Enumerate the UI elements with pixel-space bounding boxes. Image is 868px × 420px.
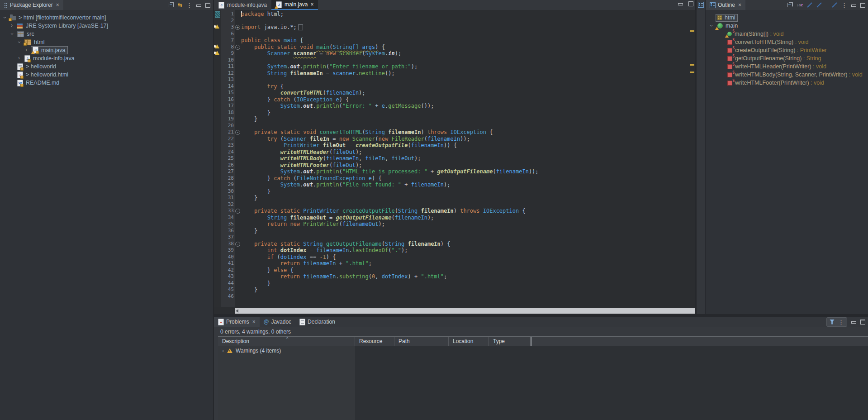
code-line-44[interactable]: 44 } (214, 280, 695, 287)
column-header-path[interactable]: Path (394, 337, 449, 346)
column-header-resource[interactable]: Resource (355, 337, 394, 346)
minimize-icon[interactable] (678, 3, 683, 5)
tree-item-jre-system-library-javase-17-[interactable]: ›JRE System Library [JavaSE-17] (0, 22, 213, 30)
overview-warning-mark[interactable] (690, 64, 694, 66)
outline-item-method-writehtmlheader[interactable]: SwriteHTMLHeader(PrintWriter) : void (706, 62, 868, 71)
code-line-29[interactable]: 29 System.out.println("File not found: "… (214, 181, 695, 188)
collapse-all-icon[interactable] (169, 3, 174, 7)
selected-item-box[interactable]: html (716, 14, 738, 22)
tree-item--html-filetohtmlfileconvertor-main-[interactable]: ›> html [filetohtmlfileconvertor main] (0, 14, 213, 22)
chevron-down-icon[interactable]: › (708, 25, 715, 27)
code-line-14[interactable]: 14 try { (214, 83, 695, 90)
code-line-25[interactable]: 25 writeHTMLBody(filenameIn, fileIn, fil… (214, 155, 695, 162)
code-line-2[interactable]: 2 (214, 18, 695, 24)
tab-package-explorer[interactable]: Package Explorer × (0, 0, 63, 10)
outline-item-method-writehtmlbody[interactable]: SwriteHTMLBody(String, Scanner, PrintWri… (706, 71, 868, 79)
close-icon[interactable]: × (738, 2, 741, 8)
close-icon[interactable]: × (310, 1, 313, 8)
fold-collapse-icon[interactable]: - (235, 130, 240, 135)
chevron-right-icon[interactable]: › (222, 348, 224, 354)
code-line-40[interactable]: 40 if (dotIndex == -1) { (214, 254, 695, 261)
hide-non-public-icon[interactable] (826, 2, 828, 8)
filter-icon[interactable] (830, 320, 835, 325)
code-line-8[interactable]: 8- public static void main(String[] args… (214, 44, 695, 51)
code-line-41[interactable]: 41 return filenameIn + ".html"; (214, 260, 695, 267)
scroll-left-arrow-icon[interactable] (236, 309, 238, 313)
code-line-13[interactable]: 13 (214, 76, 695, 83)
code-line-21[interactable]: 21- private static void convertToHTML(St… (214, 129, 695, 136)
fold-collapse-icon[interactable]: - (235, 242, 240, 247)
hide-static-members-icon[interactable] (816, 2, 822, 8)
hide-fields-icon[interactable] (807, 2, 812, 8)
code-line-16[interactable]: 16 } catch (IOException e) { (214, 96, 695, 103)
tab-outline[interactable]: Outline × (706, 0, 745, 10)
code-editor[interactable]: 1package html;23+import java.io.*;67publ… (214, 10, 695, 307)
editor-tab-main-java[interactable]: J main.java × (271, 0, 318, 10)
code-line-26[interactable]: 26 writeHTMLFooter(fileOut); (214, 162, 695, 169)
outline-item-class-main[interactable]: ›main (706, 22, 868, 30)
code-line-17[interactable]: 17 System.out.println("Error: " + e.getM… (214, 103, 695, 110)
overview-warning-mark[interactable] (690, 72, 694, 73)
horizontal-scrollbar[interactable] (235, 308, 695, 314)
view-menu-icon[interactable]: ⋮ (841, 2, 847, 9)
code-line-30[interactable]: 30 } (214, 188, 695, 195)
chevron-right-icon[interactable]: › (25, 47, 27, 53)
folded-region-icon[interactable] (298, 24, 303, 30)
maximize-icon[interactable] (688, 1, 693, 6)
code-line-34[interactable]: 34 String filenameOut = getOutputFilenam… (214, 215, 695, 221)
fold-collapse-icon[interactable]: - (235, 209, 240, 214)
code-line-3[interactable]: 3+import java.io.*; (214, 24, 695, 31)
maximize-icon[interactable] (860, 320, 865, 325)
tree-item-module-info-java[interactable]: ›Jmodule-info.java (0, 54, 213, 62)
fold-expand-icon[interactable]: + (235, 25, 240, 30)
maximize-icon[interactable] (860, 3, 865, 8)
code-line-11[interactable]: 11 System.out.println("Enter filename or… (214, 63, 695, 70)
editor-tab-module-info[interactable]: J module-info.java (214, 0, 271, 10)
maximize-icon[interactable] (205, 3, 210, 8)
code-line-39[interactable]: 39 int dotIndex = filenameIn.lastIndexOf… (214, 247, 695, 254)
outline-item-method-main[interactable]: Smain(String[]) : void (706, 30, 868, 38)
tree-item-readme-md[interactable]: WREADME.md (0, 79, 213, 87)
code-line-7[interactable]: 7public class main { (214, 37, 695, 44)
tree-item--helloworld-html[interactable]: {> helloworld.html (0, 71, 213, 79)
code-line-27[interactable]: 27 System.out.println("HTML file is proc… (214, 168, 695, 175)
column-header-description[interactable]: Description^ (218, 337, 355, 346)
close-icon[interactable]: × (56, 2, 59, 8)
code-line-9[interactable]: 9 Scanner scanner = new Scanner(System.i… (214, 50, 695, 57)
outline-item-method-createoutputfile[interactable]: ScreateOutputFile(String) : PrintWriter (706, 46, 868, 54)
collapse-all-icon[interactable] (787, 3, 792, 7)
tree-item-main-java[interactable]: ›Jmain.java (0, 46, 213, 54)
chevron-down-icon[interactable]: › (1, 17, 8, 19)
close-icon[interactable]: × (252, 319, 256, 325)
outline-item-package-html[interactable]: html (706, 14, 868, 22)
link-with-editor-icon[interactable]: ⇆ (178, 2, 182, 8)
code-line-19[interactable]: 19 } (214, 116, 695, 123)
outline-item-method-converttohtml[interactable]: SconvertToHTML(String) : void (706, 38, 868, 46)
code-line-45[interactable]: 45 } (214, 286, 695, 293)
chevron-right-icon[interactable]: › (11, 22, 13, 29)
code-line-15[interactable]: 15 convertToHTML(filenameIn); (214, 90, 695, 96)
code-line-43[interactable]: 43 return filenameIn.substring(0, dotInd… (214, 273, 695, 280)
view-menu-icon[interactable]: ⋮ (838, 319, 844, 325)
tab-problems[interactable]: ● Problems × (214, 317, 260, 327)
view-menu-icon[interactable]: ⋮ (186, 2, 192, 9)
code-line-33[interactable]: 33- private static PrintWriter createOut… (214, 208, 695, 215)
column-header-type[interactable]: Type (489, 337, 531, 346)
tab-javadoc[interactable]: @ Javadoc (260, 317, 295, 327)
code-line-46[interactable]: 46 (214, 293, 695, 300)
tree-item--helloworld[interactable]: > helloworld (0, 62, 213, 71)
outline-item-method-getoutputfilename[interactable]: SgetOutputFilename(String) : String (706, 54, 868, 62)
selected-item-box[interactable]: Jmain.java (31, 46, 68, 54)
chevron-down-icon[interactable]: › (16, 41, 23, 43)
code-line-6[interactable]: 6 (214, 31, 695, 38)
restore-view-icon[interactable] (698, 2, 704, 8)
hide-local-types-icon[interactable] (832, 2, 837, 8)
overview-warning-mark[interactable] (690, 30, 694, 32)
code-line-35[interactable]: 35 return new PrintWriter(filenameOut); (214, 221, 695, 228)
fold-collapse-icon[interactable]: - (235, 45, 240, 50)
code-line-31[interactable]: 31 } (214, 195, 695, 201)
code-line-24[interactable]: 24 writeHTMLHeader(fileOut); (214, 149, 695, 156)
sort-icon[interactable]: ↓az (797, 3, 803, 7)
code-line-28[interactable]: 28 } catch (FileNotFoundException e) { (214, 175, 695, 182)
code-line-42[interactable]: 42 } else { (214, 267, 695, 274)
